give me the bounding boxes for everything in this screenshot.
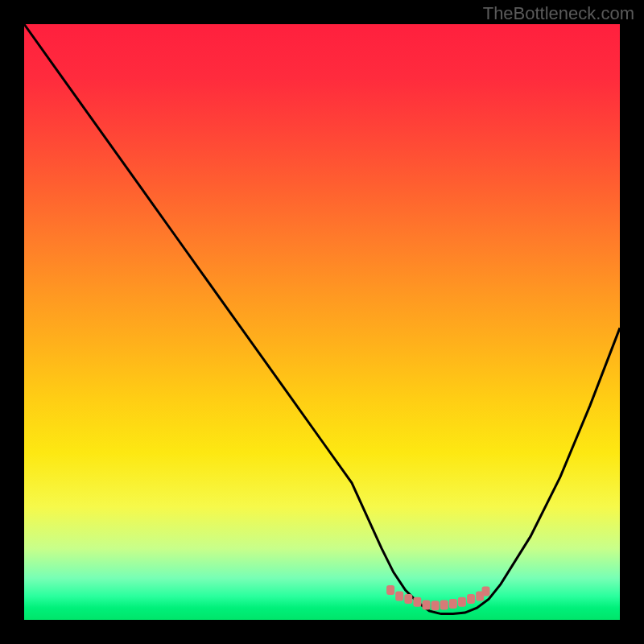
optimal-markers-group [386, 585, 489, 610]
chart-svg [24, 24, 620, 620]
optimal-marker [482, 587, 490, 597]
bottleneck-curve-line [24, 24, 620, 614]
optimal-marker [386, 585, 394, 595]
chart-plot-area [24, 24, 620, 620]
watermark-text: TheBottleneck.com [483, 3, 634, 24]
optimal-marker [458, 597, 466, 607]
optimal-marker [395, 591, 403, 601]
optimal-marker [440, 601, 448, 610]
optimal-marker [467, 594, 475, 604]
optimal-marker [404, 594, 412, 604]
optimal-marker [449, 599, 457, 609]
optimal-marker [431, 601, 440, 610]
optimal-marker [423, 601, 431, 610]
optimal-marker [413, 597, 421, 607]
